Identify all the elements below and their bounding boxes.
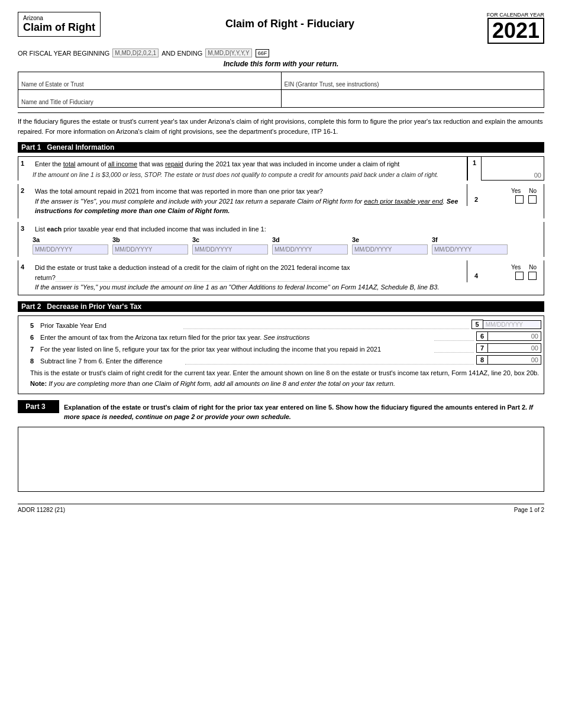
ein-label: EIN (Grantor Trust, see instructions) bbox=[285, 81, 541, 88]
q4-text: Did the estate or trust take a deduction… bbox=[35, 263, 464, 292]
include-notice: Include this form with your return. bbox=[18, 60, 544, 68]
q4-yes-label: Yes bbox=[511, 264, 521, 270]
q2-line-num: 2 bbox=[474, 196, 478, 203]
header-center: Claim of Right - Fiduciary bbox=[112, 12, 467, 30]
q3-input-3e[interactable] bbox=[352, 244, 428, 255]
q3-text: List each prior taxable year end that in… bbox=[35, 224, 266, 234]
part2-header: Part 2 Decrease in Prior Year's Tax bbox=[18, 301, 544, 312]
end-date[interactable]: M,MD,D|Y,Y,Y,Y bbox=[205, 49, 251, 57]
no-label: No bbox=[529, 188, 537, 194]
line-7-value[interactable]: 00 bbox=[488, 343, 541, 353]
question-4: 4 Did the estate or trust take a deducti… bbox=[18, 260, 544, 295]
header: Arizona Claim of Right Claim of Right - … bbox=[18, 12, 544, 44]
q3-input-3a[interactable] bbox=[33, 244, 108, 255]
q3-columns: 3a 3b 3c 3d 3e 3f bbox=[33, 236, 512, 255]
q3-col-label-3f: 3f bbox=[432, 236, 512, 243]
q2-left: 2 Was the total amount repaid in 2021 fr… bbox=[18, 184, 467, 218]
line-8-text: Subtract line 7 from 6. Enter the differ… bbox=[38, 357, 183, 365]
q4-number: 4 bbox=[21, 263, 33, 270]
q4-no-label: No bbox=[529, 264, 537, 270]
line-8-row: 8 Subtract line 7 from 6. Enter the diff… bbox=[18, 354, 544, 366]
q3-col-3c: 3c bbox=[192, 236, 272, 255]
q1-line-num: 1 bbox=[467, 157, 482, 181]
q3-number: 3 bbox=[21, 224, 33, 232]
q3-input-3d[interactable] bbox=[272, 244, 348, 255]
q3-col-3b: 3b bbox=[112, 236, 192, 255]
estate-trust-cell: Name of Estate or Trust bbox=[18, 72, 282, 90]
fiduciary-cell: Name and Title of Fiduciary bbox=[18, 90, 282, 108]
q4-no-checkbox[interactable] bbox=[528, 272, 537, 280]
calendar-year-label: FOR CALENDAR YEAR bbox=[467, 12, 544, 18]
line-7-text: For the year listed on line 5, refigure … bbox=[38, 346, 432, 353]
line-6-num-box: 6 bbox=[476, 331, 488, 341]
estate-trust-label: Name of Estate or Trust bbox=[21, 81, 278, 88]
q1-value[interactable]: 00 bbox=[482, 157, 544, 181]
q2-no-checkbox[interactable] bbox=[528, 195, 537, 204]
part1-label: Part 1 bbox=[21, 143, 41, 152]
q3-col-3e: 3e bbox=[352, 236, 432, 255]
q3-col-3f: 3f bbox=[432, 236, 512, 255]
q4-yes-checkbox[interactable] bbox=[515, 272, 524, 280]
form-logo: Arizona Claim of Right bbox=[18, 12, 101, 37]
q2-number: 2 bbox=[21, 186, 33, 194]
line-8-value[interactable]: 00 bbox=[488, 355, 541, 365]
q2-yes-checkbox[interactable] bbox=[515, 195, 524, 204]
line-7-row: 7 For the year listed on line 5, refigur… bbox=[18, 342, 544, 354]
part3-text-area: Explanation of the estate or trust's cla… bbox=[64, 400, 544, 424]
footer-right: Page 1 of 2 bbox=[514, 507, 544, 513]
q3-col-3d: 3d bbox=[272, 236, 352, 255]
part3-title: Explanation of the estate or trust's cla… bbox=[64, 402, 544, 422]
q1-right: 1 00 bbox=[467, 157, 544, 181]
q2-right: Yes No 2 bbox=[467, 184, 544, 206]
question-2: 2 Was the total amount repaid in 2021 fr… bbox=[18, 184, 544, 218]
year-display: 2021 bbox=[487, 18, 544, 44]
q1-number: 1 bbox=[21, 159, 33, 167]
q3-col-3a: 3a bbox=[33, 236, 112, 255]
line-5-row: 5 Prior Taxable Year End 5 MM/DD/YYYY bbox=[18, 318, 544, 330]
fiscal-prefix: OR FISCAL YEAR BEGINNING bbox=[18, 50, 109, 57]
part2-label: Part 2 bbox=[21, 302, 41, 311]
q2-text: Was the total amount repaid in 2021 from… bbox=[35, 186, 464, 216]
yes-label: Yes bbox=[511, 188, 521, 194]
fiduciary-value-cell bbox=[281, 90, 544, 108]
q2-checkboxes bbox=[515, 195, 537, 204]
q1-left: 1 Enter the total amount of all income t… bbox=[18, 157, 467, 180]
line-5-num: 5 bbox=[30, 322, 38, 329]
line-7-num-box: 7 bbox=[476, 343, 488, 353]
q3-input-3b[interactable] bbox=[112, 244, 188, 255]
fields-table: Name of Estate or Trust EIN (Grantor Tru… bbox=[18, 72, 544, 108]
line-5-text: Prior Taxable Year End bbox=[38, 322, 181, 329]
part1-title: General Information bbox=[47, 143, 114, 152]
part3-header: Part 3 bbox=[18, 400, 59, 413]
q4-yes-no-header: Yes No bbox=[470, 263, 541, 272]
part3-container: Part 3 Explanation of the estate or trus… bbox=[18, 400, 544, 424]
q3-col-label-3d: 3d bbox=[272, 236, 352, 243]
q3-col-label-3e: 3e bbox=[352, 236, 432, 243]
q3-col-label-3c: 3c bbox=[192, 236, 272, 243]
part3-explanation-box[interactable] bbox=[18, 427, 544, 492]
start-date[interactable]: M,MD,D|2,0,2,1 bbox=[112, 49, 159, 57]
part2-title: Decrease in Prior Year's Tax bbox=[47, 302, 141, 311]
part1-header: Part 1 General Information bbox=[18, 142, 544, 153]
line-6-text: Enter the amount of tax from the Arizona… bbox=[38, 334, 432, 341]
line-7-num: 7 bbox=[30, 346, 38, 353]
q4-checkboxes bbox=[515, 272, 537, 280]
fiscal-middle: AND ENDING bbox=[162, 50, 202, 57]
line-6-value[interactable]: 00 bbox=[488, 331, 541, 341]
q1-note: If the amount on line 1 is $3,000 or les… bbox=[33, 170, 464, 179]
line-5-value[interactable]: MM/DD/YYYY bbox=[483, 320, 541, 329]
part3-label: Part 3 bbox=[25, 402, 45, 411]
q1-cents: 00 bbox=[534, 172, 541, 179]
fiduciary-label: Name and Title of Fiduciary bbox=[21, 99, 278, 105]
footer: ADOR 11282 (21) Page 1 of 2 bbox=[18, 504, 544, 513]
line-6-num: 6 bbox=[30, 334, 38, 341]
fiscal-row: OR FISCAL YEAR BEGINNING M,MD,D|2,0,2,1 … bbox=[18, 49, 544, 57]
line-5-num-box: 5 bbox=[471, 320, 483, 329]
part2-lines: 5 Prior Taxable Year End 5 MM/DD/YYYY 6 … bbox=[18, 315, 544, 394]
q3-input-3c[interactable] bbox=[192, 244, 268, 255]
claim-title: Claim of Right bbox=[23, 21, 95, 34]
footer-left: ADOR 11282 (21) bbox=[18, 507, 65, 513]
ein-cell: EIN (Grantor Trust, see instructions) bbox=[281, 72, 544, 90]
q3-input-3f[interactable] bbox=[432, 244, 508, 255]
form-title: Claim of Right - Fiduciary bbox=[225, 18, 354, 30]
